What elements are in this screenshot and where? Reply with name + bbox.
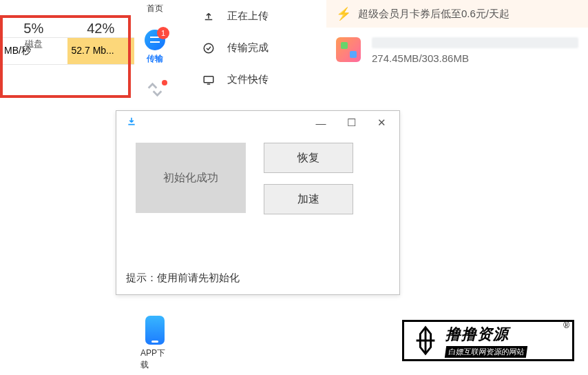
status-uploading[interactable]: 正在上传: [200, 0, 317, 32]
watermark-mark-icon: [410, 325, 441, 356]
transfer-icon: 1: [145, 30, 165, 50]
popup-hint-text: 提示：使用前请先初始化: [126, 272, 240, 285]
right-pane: ⚡ 超级会员月卡券后低至0.6元/天起 274.45MB/303.86MB: [326, 0, 588, 74]
file-item[interactable]: 274.45MB/303.86MB: [326, 28, 588, 74]
restore-button[interactable]: 恢复: [264, 143, 353, 173]
taskmgr-col-net[interactable]: 42% 网络: [67, 21, 135, 37]
disk-value: MB/秒: [0, 38, 67, 64]
download-icon: [126, 116, 137, 130]
sidebar-home-label: 首页: [147, 3, 163, 14]
upload-icon: [200, 9, 218, 23]
accelerator-popup: — ☐ ✕ 初始化成功 恢复 加速 提示：使用前请先初始化: [116, 110, 400, 295]
sidebar-item-app[interactable]: APP下载: [140, 316, 169, 371]
sidebar-item-home[interactable]: 首页: [140, 0, 169, 14]
sidebar-item-transfer[interactable]: 1 传输: [140, 30, 169, 65]
watermark-title: 撸撸资源: [445, 324, 527, 345]
svg-point-0: [204, 43, 213, 53]
monitor-icon: [200, 72, 218, 87]
sidebar-app-label: APP下载: [140, 347, 169, 371]
sidebar-transfer-label: 传输: [147, 53, 163, 65]
status-completed-label: 传输完成: [227, 41, 269, 54]
status-quicksend[interactable]: 文件快传: [200, 63, 317, 95]
taskmgr-header-row: 5% 磁盘 42% 网络: [0, 0, 134, 38]
net-value: 52.7 Mb...: [67, 38, 135, 64]
file-type-icon: [336, 37, 361, 62]
status-uploading-label: 正在上传: [227, 10, 269, 23]
promo-text: 超级会员月卡券后低至0.6元/天起: [358, 8, 510, 21]
status-completed[interactable]: 传输完成: [200, 32, 317, 63]
sync-icon: [145, 80, 165, 99]
registered-icon: ®: [563, 321, 569, 330]
file-size-progress: 274.45MB/303.86MB: [372, 52, 578, 64]
file-meta: 274.45MB/303.86MB: [372, 37, 578, 64]
disk-percent: 5%: [0, 21, 67, 37]
speed-button[interactable]: 加速: [264, 184, 353, 214]
watermark-logo: 撸撸资源 白嫖互联网资源的网站 ®: [402, 320, 574, 361]
init-status-panel: 初始化成功: [136, 143, 246, 213]
popup-body: 初始化成功 恢复 加速: [116, 134, 399, 214]
maximize-button[interactable]: ☐: [336, 112, 366, 133]
check-icon: [200, 41, 218, 55]
bolt-icon: ⚡: [336, 6, 351, 21]
svg-rect-1: [204, 77, 213, 83]
taskmgr-col-disk[interactable]: 5% 磁盘: [0, 21, 67, 37]
sidebar-item-sync[interactable]: [140, 80, 169, 99]
taskmgr-value-row[interactable]: MB/秒 52.7 Mb...: [0, 38, 134, 65]
status-quicksend-label: 文件快传: [227, 73, 269, 86]
minimize-button[interactable]: —: [306, 112, 336, 133]
init-status-text: 初始化成功: [163, 171, 218, 185]
popup-titlebar[interactable]: — ☐ ✕: [116, 111, 399, 134]
popup-buttons: 恢复 加速: [264, 143, 353, 214]
watermark-subtitle: 白嫖互联网资源的网站: [445, 346, 527, 358]
promo-banner[interactable]: ⚡ 超级会员月卡券后低至0.6元/天起: [326, 0, 588, 28]
close-button[interactable]: ✕: [366, 112, 397, 133]
taskmgr-snippet: 5% 磁盘 42% 网络 MB/秒 52.7 Mb...: [0, 0, 134, 65]
sync-dot-icon: [162, 80, 167, 85]
file-name-redacted: [372, 37, 578, 48]
net-percent: 42%: [67, 21, 135, 37]
transfer-status-list: 正在上传 传输完成 文件快传: [200, 0, 317, 95]
transfer-badge: 1: [157, 27, 169, 39]
phone-icon: [145, 316, 165, 345]
